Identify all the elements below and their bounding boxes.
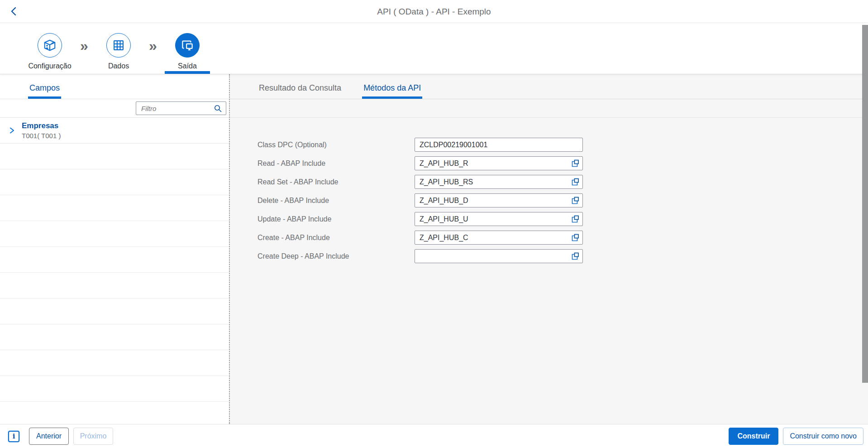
information-icon[interactable]: i bbox=[8, 431, 19, 442]
toolbar-row bbox=[230, 99, 868, 118]
product-box-icon bbox=[43, 39, 57, 52]
filter-input[interactable] bbox=[136, 105, 214, 112]
step-separator-icon: » bbox=[75, 39, 93, 74]
empty-list-row bbox=[0, 402, 229, 424]
filter-field bbox=[136, 101, 226, 115]
class-dpc-input[interactable] bbox=[415, 138, 583, 152]
step-circle bbox=[38, 33, 62, 58]
empty-list-row bbox=[0, 350, 229, 376]
read-set-include-input[interactable] bbox=[415, 175, 583, 189]
read-include-input[interactable] bbox=[415, 156, 583, 170]
value-help-icon[interactable] bbox=[571, 159, 580, 168]
tree-item-texts: Empresas T001( T001 ) bbox=[22, 121, 61, 140]
field-wrap bbox=[415, 156, 583, 170]
update-include-input[interactable] bbox=[415, 212, 583, 226]
filter-row bbox=[0, 99, 229, 118]
form-row: Update - ABAP Include bbox=[258, 212, 868, 226]
value-help-icon[interactable] bbox=[571, 178, 580, 187]
form-row: Create - ABAP Include bbox=[258, 231, 868, 245]
content-area: Campos Empresas T001( T001 ) Resultado d… bbox=[0, 74, 868, 424]
empty-list-row bbox=[0, 376, 229, 402]
chevron-right-icon[interactable] bbox=[9, 127, 15, 134]
step-label: Dados bbox=[108, 62, 129, 70]
field-label: Read Set - ABAP Include bbox=[258, 178, 415, 186]
chevron-left-icon bbox=[10, 6, 19, 16]
screens-icon bbox=[181, 39, 194, 52]
step-circle bbox=[175, 33, 200, 58]
field-label: Class DPC (Optional) bbox=[258, 141, 415, 149]
right-tab-strip: Resultado da Consulta Métodos da API bbox=[230, 74, 868, 99]
tree-item-title: Empresas bbox=[22, 121, 61, 130]
construir-button[interactable]: Construir bbox=[729, 428, 778, 445]
empty-list-row bbox=[0, 169, 229, 195]
page-header: API ( OData ) - API - Exemplo bbox=[0, 0, 868, 23]
form-row: Delete - ABAP Include bbox=[258, 193, 868, 207]
form-row: Read Set - ABAP Include bbox=[258, 175, 868, 189]
wizard-step-configuracao[interactable]: Configuração bbox=[24, 23, 75, 74]
field-label: Update - ABAP Include bbox=[258, 215, 415, 223]
tree-item-empresas[interactable]: Empresas T001( T001 ) bbox=[0, 118, 229, 144]
wizard-step-saida[interactable]: Saída bbox=[162, 23, 213, 74]
left-panel: Campos Empresas T001( T001 ) bbox=[0, 74, 230, 424]
empty-list-row bbox=[0, 324, 229, 350]
footer-bar: i Anterior Próximo Construir Construir c… bbox=[0, 424, 868, 448]
wizard-step-dados[interactable]: Dados bbox=[93, 23, 144, 74]
construir-como-novo-button[interactable]: Construir como novo bbox=[783, 428, 863, 445]
left-tab-strip: Campos bbox=[0, 74, 229, 99]
step-circle bbox=[106, 33, 131, 58]
wizard-bar: Configuração » Dados » Saída bbox=[0, 23, 868, 74]
value-help-icon[interactable] bbox=[571, 215, 580, 224]
tree-item-subtitle: T001( T001 ) bbox=[22, 132, 61, 140]
vertical-scrollbar[interactable] bbox=[862, 23, 868, 448]
value-help-icon[interactable] bbox=[571, 233, 580, 242]
delete-include-input[interactable] bbox=[415, 193, 583, 207]
field-label: Read - ABAP Include bbox=[258, 159, 415, 168]
tab-metodos-da-api[interactable]: Métodos da API bbox=[362, 83, 422, 99]
footer-right-actions: Construir Construir como novo bbox=[729, 428, 863, 445]
step-separator-icon: » bbox=[144, 39, 162, 74]
scrollbar-thumb[interactable] bbox=[862, 25, 868, 383]
tab-campos[interactable]: Campos bbox=[28, 83, 61, 99]
empty-list-row bbox=[0, 299, 229, 324]
grid-table-icon bbox=[112, 39, 125, 52]
empty-list-row bbox=[0, 247, 229, 273]
empty-list-row bbox=[0, 221, 229, 247]
proximo-button[interactable]: Próximo bbox=[73, 428, 113, 445]
step-label: Configuração bbox=[28, 62, 71, 70]
search-icon[interactable] bbox=[214, 105, 222, 112]
form-row: Read - ABAP Include bbox=[258, 156, 868, 170]
empty-list-row bbox=[0, 273, 229, 299]
anterior-button[interactable]: Anterior bbox=[29, 428, 69, 445]
field-label: Delete - ABAP Include bbox=[258, 197, 415, 205]
step-label: Saída bbox=[178, 62, 197, 70]
field-wrap bbox=[415, 175, 583, 189]
create-deep-include-input[interactable] bbox=[415, 249, 583, 263]
empty-list-row bbox=[0, 144, 229, 169]
field-wrap bbox=[415, 212, 583, 226]
field-wrap bbox=[415, 231, 583, 245]
back-button[interactable] bbox=[7, 5, 21, 18]
field-label: Create Deep - ABAP Include bbox=[258, 252, 415, 260]
api-methods-form: Class DPC (Optional) Read - ABAP Include… bbox=[230, 118, 868, 263]
field-label: Create - ABAP Include bbox=[258, 234, 415, 242]
create-include-input[interactable] bbox=[415, 231, 583, 245]
field-wrap bbox=[415, 193, 583, 207]
value-help-icon[interactable] bbox=[571, 252, 580, 261]
empty-list-area bbox=[0, 144, 229, 424]
form-row: Create Deep - ABAP Include bbox=[258, 249, 868, 263]
field-wrap bbox=[415, 138, 583, 152]
page-title: API ( OData ) - API - Exemplo bbox=[0, 0, 868, 23]
right-panel: Resultado da Consulta Métodos da API Cla… bbox=[230, 74, 868, 424]
value-help-icon[interactable] bbox=[571, 196, 580, 205]
tab-resultado-da-consulta[interactable]: Resultado da Consulta bbox=[258, 83, 343, 99]
field-wrap bbox=[415, 249, 583, 263]
form-row: Class DPC (Optional) bbox=[258, 138, 868, 152]
empty-list-row bbox=[0, 195, 229, 221]
